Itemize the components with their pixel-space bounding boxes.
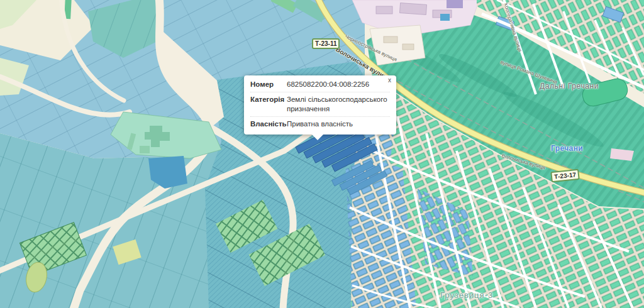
popup-row-value: Землі сільськогосподарського призначення	[287, 95, 390, 114]
popup-row-label: Номер	[250, 80, 287, 89]
parcel-info-popup: x Номер 6825082200:04:008:2256 Категорія…	[244, 75, 396, 135]
popup-row-label: Власність	[250, 119, 287, 129]
popup-close-button[interactable]: x	[388, 77, 391, 84]
popup-row-label: Категорія	[250, 95, 287, 114]
popup-row-number: Номер 6825082200:04:008:2256	[250, 77, 390, 92]
popup-row-ownership: Власність Приватна власність	[250, 117, 390, 131]
popup-row-value: 6825082200:04:008:2256	[287, 80, 390, 89]
popup-row-category: Категорія Землі сільськогосподарського п…	[250, 92, 390, 117]
map-canvas[interactable]: Волочиська вулиця Чорноострівська вулиця…	[0, 0, 644, 308]
popup-row-value: Приватна власність	[287, 119, 390, 129]
road-shield-t-23-11: Т-23-11	[312, 38, 340, 49]
